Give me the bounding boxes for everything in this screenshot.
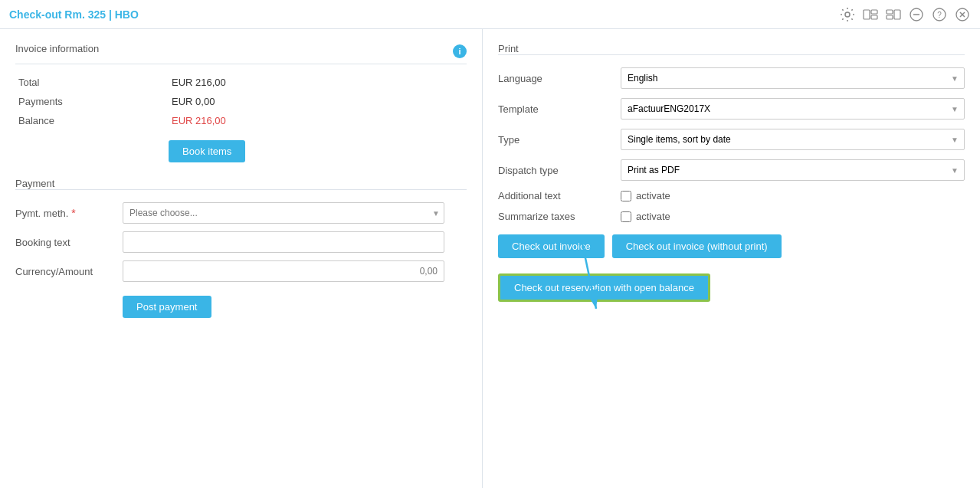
type-select[interactable]: Single items, sort by date bbox=[621, 129, 965, 150]
svg-point-0 bbox=[845, 12, 850, 17]
summarize-taxes-label: Summarize taxes bbox=[498, 211, 621, 222]
dispatch-type-row: Dispatch type Print as PDF ▼ bbox=[498, 159, 965, 181]
pymt-meth-row: Pymt. meth. * ▼ bbox=[15, 202, 467, 224]
payment-section-title: Payment bbox=[15, 178, 54, 189]
minimize-icon[interactable] bbox=[908, 6, 925, 23]
svg-rect-4 bbox=[887, 10, 893, 14]
currency-amount-input[interactable] bbox=[123, 260, 444, 282]
title-icons: ? bbox=[839, 6, 971, 23]
layout2-icon[interactable] bbox=[885, 6, 902, 23]
dispatch-type-select[interactable]: Print as PDF bbox=[621, 159, 965, 181]
svg-rect-5 bbox=[887, 15, 893, 19]
template-label: Template bbox=[498, 103, 621, 115]
settings2-icon[interactable]: ? bbox=[931, 6, 948, 23]
action-buttons: Check out invoice Check out invoice (wit… bbox=[498, 234, 965, 258]
type-select-wrapper: Single items, sort by date ▼ bbox=[621, 129, 965, 150]
svg-rect-1 bbox=[864, 10, 870, 19]
additional-text-activate-text: activate bbox=[636, 190, 670, 201]
additional-text-checkbox[interactable] bbox=[621, 191, 631, 201]
additional-text-label: Additional text bbox=[498, 190, 621, 201]
language-select[interactable]: English Dutch German bbox=[621, 67, 965, 89]
summarize-taxes-activate-text: activate bbox=[636, 211, 670, 222]
right-panel: Print Language English Dutch German ▼ Te… bbox=[483, 29, 980, 488]
summarize-taxes-row: Summarize taxes activate bbox=[498, 211, 965, 222]
checkout-invoice-no-print-button[interactable]: Check out invoice (without print) bbox=[612, 234, 782, 258]
invoice-section-title: Invoice information bbox=[15, 43, 99, 54]
balance-label: Balance bbox=[18, 115, 172, 126]
required-star: * bbox=[71, 207, 75, 219]
svg-text:?: ? bbox=[937, 11, 942, 19]
svg-rect-2 bbox=[871, 10, 877, 14]
currency-amount-row: Currency/Amount bbox=[15, 260, 467, 282]
payments-value: EUR 0,00 bbox=[172, 96, 215, 107]
book-items-button[interactable]: Book items bbox=[169, 140, 245, 162]
language-select-wrapper: English Dutch German ▼ bbox=[621, 67, 965, 89]
language-row: Language English Dutch German ▼ bbox=[498, 67, 965, 89]
template-select[interactable]: aFactuurENG2017X bbox=[621, 98, 965, 120]
title-bar: Check-out Rm. 325 | HBO bbox=[0, 0, 980, 29]
pymt-meth-label: Pymt. meth. * bbox=[15, 207, 123, 219]
post-payment-button[interactable]: Post payment bbox=[123, 296, 211, 318]
booking-text-input[interactable] bbox=[123, 231, 444, 253]
balance-row: Balance EUR 216,00 bbox=[15, 115, 467, 126]
template-row: Template aFactuurENG2017X ▼ bbox=[498, 98, 965, 120]
pymt-meth-input[interactable] bbox=[123, 202, 444, 224]
type-label: Type bbox=[498, 134, 621, 146]
window-title: Check-out Rm. 325 | HBO bbox=[9, 8, 139, 21]
checkout-invoice-button[interactable]: Check out invoice bbox=[498, 234, 605, 258]
balance-value: EUR 216,00 bbox=[172, 115, 226, 126]
layout1-icon[interactable] bbox=[862, 6, 879, 23]
total-row: Total EUR 216,00 bbox=[15, 77, 467, 88]
booking-text-row: Booking text bbox=[15, 231, 467, 253]
invoice-section-header: Invoice information i bbox=[15, 43, 467, 59]
total-label: Total bbox=[18, 77, 172, 88]
language-label: Language bbox=[498, 73, 621, 84]
gear-icon[interactable] bbox=[839, 6, 856, 23]
total-value: EUR 216,00 bbox=[172, 77, 226, 88]
main-content: Invoice information i Total EUR 216,00 P… bbox=[0, 29, 980, 488]
additional-text-row: Additional text activate bbox=[498, 190, 965, 201]
svg-rect-3 bbox=[871, 15, 877, 19]
print-section-title: Print bbox=[498, 43, 519, 54]
payments-row: Payments EUR 0,00 bbox=[15, 96, 467, 107]
svg-rect-6 bbox=[894, 10, 900, 19]
summarize-taxes-checkbox[interactable] bbox=[621, 211, 631, 222]
dispatch-type-select-wrapper: Print as PDF ▼ bbox=[621, 159, 965, 181]
payments-label: Payments bbox=[18, 96, 172, 107]
pymt-meth-dropdown-arrow: ▼ bbox=[432, 209, 440, 218]
dispatch-type-label: Dispatch type bbox=[498, 165, 621, 176]
pymt-meth-wrapper: ▼ bbox=[123, 202, 444, 224]
checkout-open-balance-button[interactable]: Check out reservation with open balance bbox=[498, 273, 710, 302]
template-select-wrapper: aFactuurENG2017X ▼ bbox=[621, 98, 965, 120]
close-icon[interactable] bbox=[954, 6, 971, 23]
additional-text-checkbox-label[interactable]: activate bbox=[621, 190, 670, 201]
type-row: Type Single items, sort by date ▼ bbox=[498, 129, 965, 150]
info-icon[interactable]: i bbox=[453, 44, 467, 58]
summarize-taxes-checkbox-label[interactable]: activate bbox=[621, 211, 670, 222]
left-panel: Invoice information i Total EUR 216,00 P… bbox=[0, 29, 483, 488]
currency-amount-label: Currency/Amount bbox=[15, 266, 123, 277]
booking-text-label: Booking text bbox=[15, 237, 123, 248]
payment-section: Payment Pymt. meth. * ▼ Booking text bbox=[15, 178, 467, 318]
